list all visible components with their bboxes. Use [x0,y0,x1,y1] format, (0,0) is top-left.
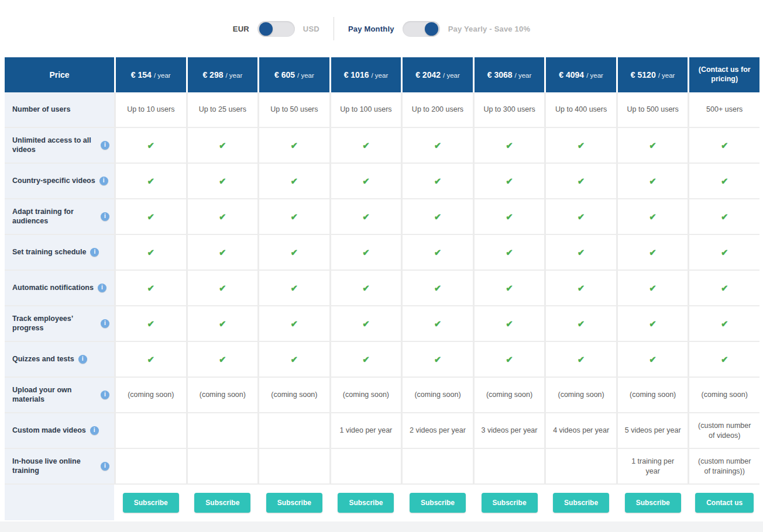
billing-toggle-knob[interactable] [425,22,438,36]
info-icon[interactable]: i [98,284,106,292]
feature-value: (coming soon) [271,390,317,399]
info-icon[interactable]: i [90,426,99,435]
plan-price-amount: € 298 [202,70,223,80]
price-corner-cell: Price [5,57,114,92]
feature-value-cell: (coming soon) [188,378,258,412]
feature-value-cell: ✔ [259,306,329,341]
currency-toggle-knob[interactable] [259,22,273,36]
info-icon[interactable]: i [101,391,109,399]
contact-us-button[interactable]: Contact us [695,493,754,513]
feature-value-cell: ✔ [188,164,258,198]
check-icon: ✔ [721,247,728,258]
feature-value-cell: ✔ [116,342,186,376]
info-icon[interactable]: i [101,212,109,221]
feature-value-cell: ✔ [618,342,688,376]
feature-value: (custom number of videos) [695,421,754,440]
subscribe-button[interactable]: Subscribe [553,493,609,513]
feature-value: 5 videos per year [625,426,681,435]
billing-toggle[interactable] [403,21,440,37]
feature-value-cell [116,413,186,448]
feature-value: (coming soon) [343,390,389,399]
info-icon[interactable]: i [101,141,109,150]
feature-value-cell: ✔ [403,199,473,234]
feature-value-cell: (custom number of videos) [689,413,759,448]
check-icon: ✔ [362,354,370,365]
feature-value-cell: ✔ [188,342,258,376]
feature-value-cell: ✔ [689,199,759,234]
feature-value: 1 training per year [624,457,682,476]
feature-value-cell: (coming soon) [331,378,401,412]
feature-value-cell: (coming soon) [116,378,186,412]
feature-value-cell [188,413,258,448]
feature-value-cell: ✔ [259,128,329,163]
info-icon[interactable]: i [78,355,87,364]
currency-usd-label[interactable]: USD [303,25,319,33]
info-icon[interactable]: i [101,319,109,328]
feature-label: Set training schedule [12,248,86,257]
feature-value-cell: ✔ [689,271,759,305]
subscribe-button[interactable]: Subscribe [625,493,681,513]
check-icon: ✔ [147,140,154,151]
check-icon: ✔ [578,247,585,258]
check-icon: ✔ [506,354,513,365]
subscribe-button[interactable]: Subscribe [266,493,322,513]
feature-value-cell: ✔ [689,235,759,270]
feature-value-cell: ✔ [403,164,473,198]
subscribe-button[interactable]: Subscribe [482,493,538,513]
check-icon: ✔ [721,140,728,151]
feature-value-cell: ✔ [475,306,545,341]
plan-price: € 298/ year [202,70,242,80]
footer-button-cell: Subscribe [618,485,688,520]
feature-value-cell: (coming soon) [403,378,473,412]
plan-header-cell: € 154/ year [116,57,186,92]
check-icon: ✔ [506,175,513,187]
feature-value-cell: ✔ [546,235,616,270]
check-icon: ✔ [291,354,298,365]
check-icon: ✔ [219,140,226,151]
feature-value-cell: ✔ [116,235,186,270]
check-icon: ✔ [291,282,298,294]
feature-value-cell: 1 training per year [618,449,688,483]
feature-value-cell: ✔ [546,271,616,305]
currency-toggle[interactable] [257,21,295,37]
check-icon: ✔ [434,282,442,294]
check-icon: ✔ [578,282,585,294]
feature-value-cell: Up to 100 users [331,92,401,127]
check-icon: ✔ [721,354,728,365]
check-icon: ✔ [649,211,657,223]
feature-value-cell: ✔ [546,164,616,198]
feature-value-cell: 1 video per year [331,413,401,448]
table-row: Quizzes and testsi✔✔✔✔✔✔✔✔✔ [5,342,759,378]
feature-label-cell: Set training schedulei [5,235,114,270]
check-icon: ✔ [147,247,154,258]
feature-value-cell: Up to 25 users [188,92,258,127]
feature-value: Up to 50 users [270,105,318,114]
subscribe-button[interactable]: Subscribe [338,493,394,513]
check-icon: ✔ [434,211,442,223]
plan-header-cell: (Contact us for pricing) [689,57,759,92]
plan-price-period: / year [225,72,242,79]
info-icon[interactable]: i [101,462,109,471]
info-icon[interactable]: i [99,177,108,185]
check-icon: ✔ [362,211,370,223]
info-icon[interactable]: i [90,248,99,257]
subscribe-button[interactable]: Subscribe [123,493,179,513]
feature-label-cell: In-house live online trainingi [5,449,114,483]
feature-value-cell: ✔ [331,271,401,305]
feature-value-cell [188,449,258,483]
feature-value-cell: ✔ [618,306,688,341]
currency-eur-label[interactable]: EUR [233,25,249,33]
subscribe-button[interactable]: Subscribe [410,493,466,513]
subscribe-button[interactable]: Subscribe [194,493,250,513]
table-row: Upload your own materialsi(coming soon)(… [5,378,759,413]
feature-value-cell: ✔ [331,128,401,163]
plan-price-amount: € 5120 [631,70,656,80]
check-icon: ✔ [506,140,513,151]
pay-yearly-label[interactable]: Pay Yearly - Save 10% [448,25,531,33]
plan-price: € 605/ year [274,70,314,80]
feature-value-cell [403,449,473,483]
feature-value-cell: ✔ [331,199,401,234]
plan-price-amount: € 2042 [415,70,441,80]
plan-price-period: / year [154,72,171,79]
pay-monthly-label[interactable]: Pay Monthly [348,25,394,33]
